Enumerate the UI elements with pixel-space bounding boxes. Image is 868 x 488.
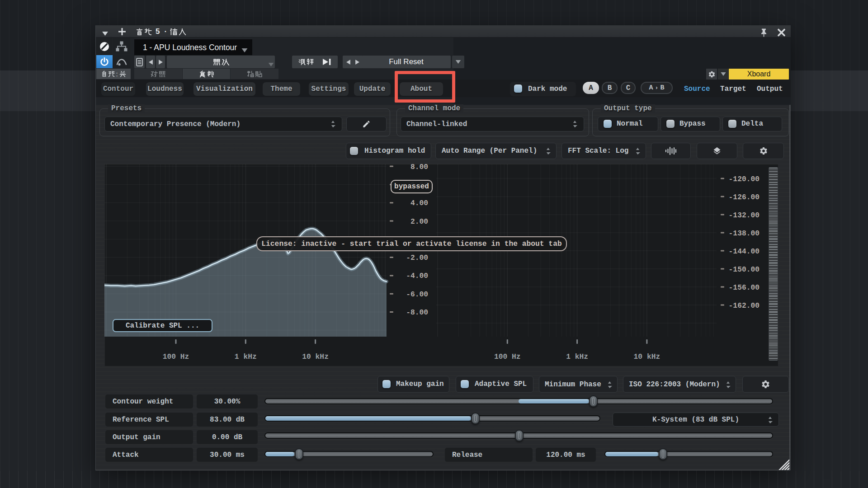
svg-text:-126.00: -126.00	[729, 193, 760, 202]
svg-text:1 kHz: 1 kHz	[235, 352, 257, 361]
svg-text:8.00: 8.00	[410, 164, 428, 171]
svg-text:-138.00: -138.00	[729, 229, 760, 238]
svg-text:-144.00: -144.00	[729, 247, 760, 256]
svg-text:1 kHz: 1 kHz	[566, 352, 588, 361]
svg-text:-2.00: -2.00	[406, 253, 428, 262]
svg-text:-8.00: -8.00	[406, 308, 428, 317]
svg-text:2.00: 2.00	[410, 217, 428, 226]
svg-text:-120.00: -120.00	[729, 175, 760, 183]
svg-text:100 Hz: 100 Hz	[163, 352, 189, 361]
svg-text:-4.00: -4.00	[406, 272, 428, 280]
svg-text:10 kHz: 10 kHz	[302, 352, 329, 361]
svg-text:4.00: 4.00	[410, 199, 428, 207]
svg-text:10 kHz: 10 kHz	[634, 352, 660, 361]
svg-text:-132.00: -132.00	[729, 211, 760, 220]
svg-text:-162.00: -162.00	[729, 301, 760, 310]
svg-text:100 Hz: 100 Hz	[494, 352, 521, 361]
svg-text:-156.00: -156.00	[729, 283, 760, 292]
svg-text:-150.00: -150.00	[729, 265, 760, 274]
svg-text:-6.00: -6.00	[406, 290, 428, 299]
